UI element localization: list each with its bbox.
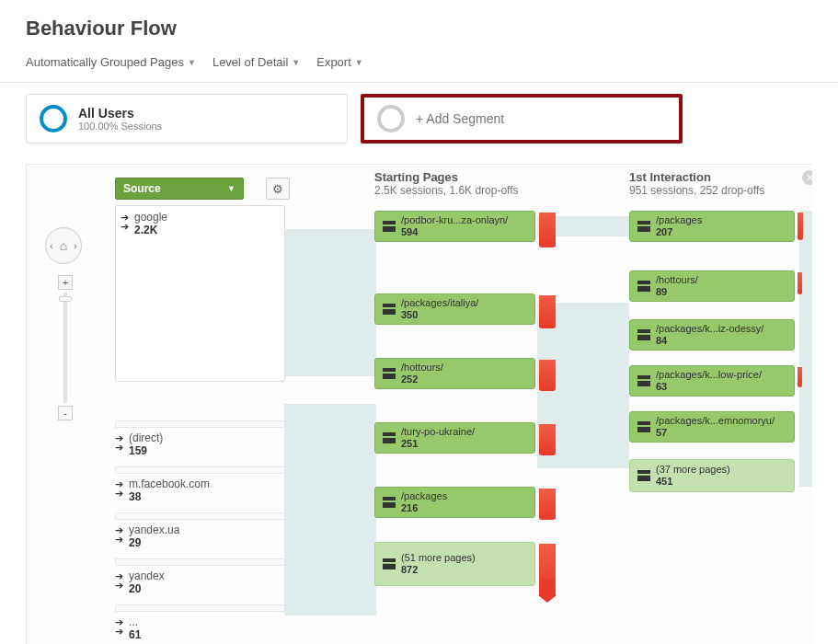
- source-row[interactable]: ➔➔ ...61: [115, 615, 141, 643]
- pan-right-button[interactable]: ›: [74, 240, 77, 251]
- zoom-thumb[interactable]: [59, 296, 72, 302]
- remove-column-button[interactable]: ✕: [802, 170, 812, 185]
- node-path: /podbor-kru...za-onlayn/: [401, 214, 508, 226]
- node-value: 451: [656, 476, 730, 488]
- pan-left-button[interactable]: ‹: [50, 240, 53, 251]
- node-path: /packages: [656, 214, 702, 226]
- source-row[interactable]: ➔➔ yandex.ua29: [115, 523, 179, 551]
- zoom-rail[interactable]: [63, 293, 67, 403]
- source-value: 61: [129, 628, 141, 641]
- flow-link: [799, 211, 812, 487]
- source-name: yandex: [129, 569, 165, 582]
- source-name: (direct): [129, 431, 163, 444]
- flow-node[interactable]: /packages/k...emnomoryu/57: [629, 411, 795, 443]
- page-icon: [637, 375, 650, 386]
- flow-node[interactable]: /packages216: [374, 487, 535, 518]
- node-path: /tury-po-ukraine/: [401, 426, 475, 438]
- page-icon: [383, 221, 396, 232]
- flow-node-more[interactable]: (51 more pages)872: [374, 542, 535, 586]
- source-dropdown-label: Source: [123, 182, 161, 195]
- node-value: 63: [656, 381, 762, 393]
- node-value: 216: [401, 502, 447, 514]
- flow-canvas[interactable]: ‹ ⌂ › + - Source ▼ ⚙ Starting Pages 2.5K…: [26, 164, 812, 644]
- node-value: 207: [656, 226, 702, 238]
- dropoff-bar: [539, 295, 556, 328]
- caret-down-icon: ▼: [227, 184, 235, 193]
- settings-button[interactable]: ⚙: [266, 178, 290, 200]
- arrows-icon: ➔➔: [115, 431, 123, 452]
- caret-down-icon: ▼: [188, 58, 196, 67]
- source-row[interactable]: ➔➔ google 2.2K: [121, 211, 167, 238]
- node-path: /packages/k...iz-odessy/: [656, 323, 763, 335]
- flow-node[interactable]: /tury-po-ukraine/251: [374, 422, 535, 454]
- source-name: m.facebook.com: [129, 477, 210, 490]
- page-icon: [383, 497, 396, 508]
- source-value: 20: [129, 582, 165, 595]
- source-value: 38: [129, 490, 210, 503]
- node-path: /packages/k...low-price/: [656, 369, 762, 381]
- caret-down-icon: ▼: [355, 58, 363, 67]
- col-sub: 951 sessions, 252 drop-offs: [629, 184, 795, 197]
- source-row[interactable]: ➔➔ m.facebook.com38: [115, 477, 210, 505]
- column-header-first: 1st Interaction 951 sessions, 252 drop-o…: [629, 170, 795, 197]
- source-row[interactable]: ➔➔ yandex20: [115, 569, 165, 597]
- zoom-out-button[interactable]: -: [58, 406, 73, 420]
- segment-sub: 100.00% Sessions: [78, 121, 162, 132]
- source-value: 29: [129, 536, 179, 549]
- source-row[interactable]: ➔➔ (direct)159: [115, 431, 163, 459]
- zoom-in-button[interactable]: +: [58, 275, 73, 290]
- column-header-starting: Starting Pages 2.5K sessions, 1.6K drop-…: [374, 170, 519, 197]
- page-icon: [637, 281, 650, 292]
- source-name: ...: [129, 615, 141, 628]
- source-value: 2.2K: [134, 224, 167, 236]
- page-icon: [383, 558, 396, 569]
- export-dropdown[interactable]: Export ▼: [316, 55, 363, 69]
- zoom-control: + -: [59, 275, 72, 420]
- grouping-dropdown[interactable]: Automatically Grouped Pages ▼: [26, 55, 196, 69]
- detail-label: Level of Detail: [212, 55, 288, 69]
- node-path: /hottours/: [401, 362, 443, 374]
- node-path: (51 more pages): [401, 552, 476, 564]
- col-title: 1st Interaction: [629, 170, 795, 184]
- arrows-icon: ➔➔: [121, 211, 129, 231]
- dropoff-bar: [798, 272, 802, 294]
- page-icon: [637, 421, 650, 432]
- source-bar: [115, 466, 285, 474]
- flow-node[interactable]: /packages/k...low-price/63: [629, 365, 795, 397]
- arrows-icon: ➔➔: [115, 477, 123, 498]
- flow-node[interactable]: /podbor-kru...za-onlayn/594: [374, 211, 535, 242]
- segment-circle-icon: [40, 105, 67, 132]
- segment-circle-icon: [377, 105, 405, 132]
- node-value: 872: [401, 564, 476, 576]
- node-path: /packages/italiya/: [401, 297, 478, 309]
- dropoff-bar: [539, 489, 556, 520]
- dropoff-bar: [539, 424, 556, 455]
- segment-all-users[interactable]: All Users 100.00% Sessions: [26, 94, 348, 144]
- flow-node-more[interactable]: (37 more pages)451: [629, 459, 795, 492]
- arrows-icon: ➔➔: [115, 615, 123, 636]
- node-path: /packages/k...emnomoryu/: [656, 415, 775, 427]
- source-bar: [115, 512, 285, 520]
- source-dimension-dropdown[interactable]: Source ▼: [115, 178, 244, 200]
- flow-link: [284, 404, 376, 615]
- flow-node[interactable]: /packages/italiya/350: [374, 293, 535, 325]
- page-icon: [637, 221, 650, 232]
- add-segment-button[interactable]: + Add Segment: [361, 94, 683, 144]
- source-bar: [115, 604, 285, 612]
- add-segment-label: + Add Segment: [416, 111, 504, 126]
- detail-dropdown[interactable]: Level of Detail ▼: [212, 55, 300, 69]
- node-value: 350: [401, 309, 478, 321]
- node-value: 84: [656, 335, 763, 347]
- flow-node[interactable]: /packages207: [629, 211, 795, 242]
- page-icon: [637, 470, 650, 481]
- segment-label: All Users: [78, 106, 162, 121]
- segment-row: All Users 100.00% Sessions + Add Segment: [0, 83, 838, 155]
- source-bar: [115, 420, 285, 428]
- flow-node[interactable]: /hottours/252: [374, 358, 535, 389]
- caret-down-icon: ▼: [292, 58, 300, 67]
- flow-node[interactable]: /hottours/89: [629, 270, 795, 302]
- flow-node[interactable]: /packages/k...iz-odessy/84: [629, 319, 795, 351]
- flow-link: [284, 229, 376, 376]
- home-icon[interactable]: ⌂: [60, 238, 67, 253]
- arrows-icon: ➔➔: [115, 523, 123, 544]
